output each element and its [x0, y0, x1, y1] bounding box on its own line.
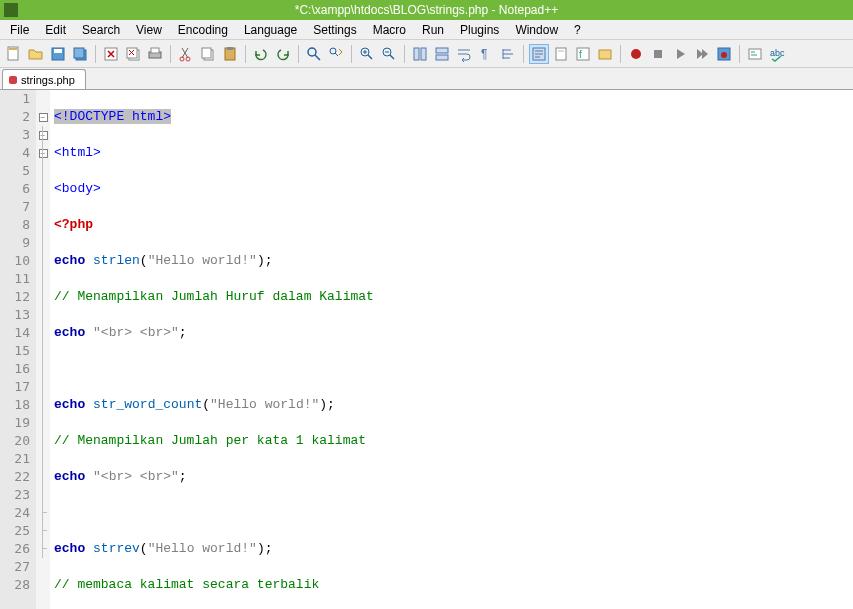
- menu-macro[interactable]: Macro: [365, 21, 414, 39]
- find-icon[interactable]: [304, 44, 324, 64]
- record-macro-icon[interactable]: [626, 44, 646, 64]
- svg-rect-28: [558, 50, 564, 52]
- separator-icon: [739, 45, 740, 63]
- svg-text:abc: abc: [770, 48, 785, 58]
- menu-help[interactable]: ?: [566, 21, 589, 39]
- separator-icon: [170, 45, 171, 63]
- copy-icon[interactable]: [198, 44, 218, 64]
- svg-rect-22: [421, 48, 426, 60]
- word-wrap-icon[interactable]: [454, 44, 474, 64]
- zoom-in-icon[interactable]: [357, 44, 377, 64]
- folder-tree-icon[interactable]: [595, 44, 615, 64]
- save-all-icon[interactable]: [70, 44, 90, 64]
- print-icon[interactable]: [145, 44, 165, 64]
- open-file-icon[interactable]: [26, 44, 46, 64]
- svg-rect-10: [151, 48, 159, 53]
- svg-rect-27: [556, 48, 566, 60]
- save-macro-icon[interactable]: [714, 44, 734, 64]
- svg-rect-5: [74, 48, 84, 58]
- menu-window[interactable]: Window: [507, 21, 566, 39]
- separator-icon: [298, 45, 299, 63]
- fold-toggle-icon[interactable]: −: [39, 113, 48, 122]
- svg-rect-1: [9, 48, 17, 50]
- show-spaces-icon[interactable]: [745, 44, 765, 64]
- svg-text:¶: ¶: [481, 47, 487, 61]
- close-all-icon[interactable]: [123, 44, 143, 64]
- sync-scroll-h-icon[interactable]: [432, 44, 452, 64]
- paste-icon[interactable]: [220, 44, 240, 64]
- separator-icon: [351, 45, 352, 63]
- svg-text:f: f: [579, 49, 582, 60]
- replace-icon[interactable]: [326, 44, 346, 64]
- close-icon[interactable]: [101, 44, 121, 64]
- tab-bar: strings.php: [0, 68, 853, 90]
- svg-rect-21: [414, 48, 419, 60]
- modified-dot-icon: [9, 76, 17, 84]
- menu-settings[interactable]: Settings: [305, 21, 364, 39]
- svg-rect-14: [202, 48, 211, 58]
- menu-encoding[interactable]: Encoding: [170, 21, 236, 39]
- title-bar: *C:\xampp\htdocs\BLOG\strings.php - Note…: [0, 0, 853, 20]
- menu-language[interactable]: Language: [236, 21, 305, 39]
- line-number-gutter: 1234 5678 9101112 13141516 17181920 2122…: [0, 90, 36, 609]
- svg-rect-31: [599, 50, 611, 59]
- menu-plugins[interactable]: Plugins: [452, 21, 507, 39]
- tab-strings-php[interactable]: strings.php: [2, 69, 86, 89]
- save-icon[interactable]: [48, 44, 68, 64]
- separator-icon: [245, 45, 246, 63]
- window-title: *C:\xampp\htdocs\BLOG\strings.php - Note…: [295, 3, 558, 17]
- sync-scroll-v-icon[interactable]: [410, 44, 430, 64]
- fold-toggle-icon[interactable]: −: [39, 149, 48, 158]
- svg-rect-36: [749, 49, 761, 59]
- separator-icon: [404, 45, 405, 63]
- menu-file[interactable]: File: [2, 21, 37, 39]
- fold-toggle-icon[interactable]: −: [39, 131, 48, 140]
- menu-run[interactable]: Run: [414, 21, 452, 39]
- toolbar: ¶ f abc: [0, 40, 853, 68]
- tab-label: strings.php: [21, 74, 75, 86]
- svg-rect-16: [227, 47, 233, 50]
- cut-icon[interactable]: [176, 44, 196, 64]
- menu-bar: File Edit Search View Encoding Language …: [0, 20, 853, 40]
- user-lang-icon[interactable]: [529, 44, 549, 64]
- spell-check-icon[interactable]: abc: [767, 44, 787, 64]
- code-area[interactable]: <!DOCTYPE html> <html> <body> <?php echo…: [50, 90, 853, 609]
- svg-point-35: [721, 52, 727, 58]
- fold-gutter: − − −: [36, 90, 50, 609]
- separator-icon: [95, 45, 96, 63]
- zoom-out-icon[interactable]: [379, 44, 399, 64]
- svg-rect-3: [54, 49, 62, 53]
- indent-guide-icon[interactable]: [498, 44, 518, 64]
- new-file-icon[interactable]: [4, 44, 24, 64]
- menu-search[interactable]: Search: [74, 21, 128, 39]
- svg-rect-33: [654, 50, 662, 58]
- play-macro-icon[interactable]: [670, 44, 690, 64]
- separator-icon: [523, 45, 524, 63]
- svg-rect-24: [436, 55, 448, 60]
- editor-area: 1234 5678 9101112 13141516 17181920 2122…: [0, 90, 853, 609]
- menu-edit[interactable]: Edit: [37, 21, 74, 39]
- separator-icon: [620, 45, 621, 63]
- stop-macro-icon[interactable]: [648, 44, 668, 64]
- show-all-chars-icon[interactable]: ¶: [476, 44, 496, 64]
- menu-view[interactable]: View: [128, 21, 170, 39]
- svg-point-32: [631, 49, 641, 59]
- play-multi-icon[interactable]: [692, 44, 712, 64]
- app-icon: [4, 3, 18, 17]
- func-list-icon[interactable]: f: [573, 44, 593, 64]
- redo-icon[interactable]: [273, 44, 293, 64]
- doc-map-icon[interactable]: [551, 44, 571, 64]
- svg-rect-23: [436, 48, 448, 53]
- svg-point-17: [308, 48, 316, 56]
- undo-icon[interactable]: [251, 44, 271, 64]
